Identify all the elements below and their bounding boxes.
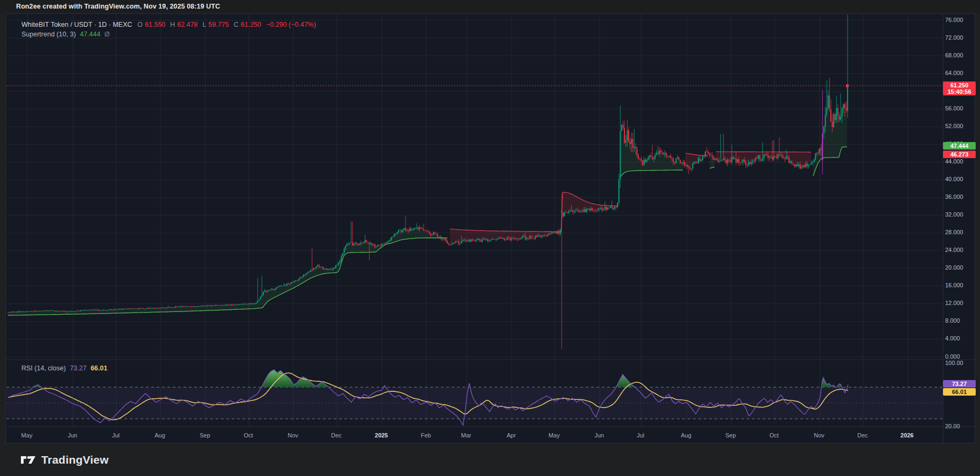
high-label: H (170, 21, 175, 28)
close-label: C (234, 21, 239, 28)
last-price-badge: 61.25015:40:56 (943, 81, 976, 95)
rsi-tick-label: 100.00 (945, 360, 963, 366)
price-tick-label: 36.000 (945, 194, 963, 200)
price-tick-label: 0.000 (945, 353, 960, 360)
rsi-value-badge: 73.27 (943, 380, 976, 388)
time-axis-month-label: Nov (814, 432, 824, 438)
time-axis-year-label: 2026 (901, 432, 913, 438)
chart-canvas[interactable] (1, 1, 980, 476)
open-value: 61.550 (145, 21, 165, 28)
rsi-ma-value: 66.01 (91, 365, 107, 372)
supertrend-red-value-badge: 46.273 (943, 151, 976, 158)
price-tick-label: 76.000 (945, 17, 963, 23)
symbol-title[interactable]: WhiteBIT Token / USDT · 1D · MEXC (21, 21, 132, 28)
price-tick-label: 4.000 (945, 335, 960, 341)
rsi-tick-label: 20.00 (945, 423, 960, 429)
change-value: −0.290 (−0.47%) (266, 21, 316, 28)
price-tick-label: 8.000 (945, 317, 960, 324)
time-axis-month-label: May (21, 432, 33, 438)
time-axis-month-label: Mar (461, 432, 471, 438)
tradingview-logo-icon (20, 453, 36, 466)
price-tick-label: 72.000 (945, 34, 963, 41)
price-tick-label: 44.000 (945, 158, 963, 165)
price-tick-label: 12.000 (945, 300, 963, 306)
price-tick-label: 56.000 (945, 105, 963, 111)
time-axis-month-label: Jul (637, 432, 644, 438)
rsi-ma-value-badge: 66.01 (943, 388, 976, 396)
open-label: O (137, 21, 143, 28)
time-axis-month-label: Apr (506, 432, 515, 438)
price-tick-label: 32.000 (945, 211, 963, 218)
price-tick-label: 40.000 (945, 176, 963, 182)
time-axis-month-label: Jun (68, 432, 77, 438)
time-axis-month-label: Jun (594, 432, 604, 438)
rsi-value: 73.27 (70, 365, 86, 372)
chart-panel[interactable] (5, 13, 975, 443)
time-axis-month-label: Oct (769, 432, 778, 438)
price-tick-label: 28.000 (945, 229, 963, 235)
price-tick-label: 64.000 (945, 70, 963, 76)
supertrend-name[interactable]: Supertrend (10, 3) (21, 31, 76, 38)
tradingview-logo-text: TradingView (41, 453, 109, 466)
time-axis-month-label: Aug (154, 432, 165, 438)
rsi-legend[interactable]: RSI (14, close) 73.27 66.01 (21, 365, 109, 372)
supertrend-legend[interactable]: Supertrend (10, 3) 47.444 Ø (21, 31, 112, 38)
hidden-values-icon[interactable]: Ø (105, 31, 110, 38)
price-tick-label: 52.000 (945, 123, 963, 129)
time-axis-month-label: Dec (857, 432, 868, 438)
time-axis-month-label: Oct (244, 432, 253, 438)
time-axis-month-label: Nov (288, 432, 298, 438)
supertrend-value-badge: 47.444 (943, 142, 976, 150)
time-axis-month-label: Aug (681, 432, 691, 438)
tradingview-logo[interactable]: TradingView (20, 452, 109, 468)
time-axis-year-label: 2025 (375, 432, 388, 438)
price-tick-label: 16.000 (945, 282, 963, 288)
rsi-name[interactable]: RSI (14, close) (21, 365, 66, 372)
low-value: 59.775 (209, 21, 229, 28)
close-value: 61.250 (241, 21, 261, 28)
time-axis-month-label: Feb (421, 432, 431, 438)
time-axis-month-label: May (549, 432, 560, 438)
price-tick-label: 24.000 (945, 247, 963, 253)
supertrend-value: 47.444 (80, 31, 100, 38)
time-axis-month-label: Sep (725, 432, 736, 438)
time-axis-month-label: Sep (200, 432, 210, 438)
price-tick-label: 68.000 (945, 52, 963, 58)
time-axis-month-label: Dec (331, 432, 342, 438)
price-tick-label: 20.000 (945, 264, 963, 271)
time-axis-month-label: Jul (112, 432, 120, 438)
low-label: L (203, 21, 207, 28)
tradingview-chart-screenshot: Ron2ee created with TradingView.com, Nov… (0, 0, 980, 476)
high-value: 62.478 (177, 21, 197, 28)
symbol-legend[interactable]: WhiteBIT Token / USDT · 1D · MEXCO61.550… (21, 21, 318, 28)
